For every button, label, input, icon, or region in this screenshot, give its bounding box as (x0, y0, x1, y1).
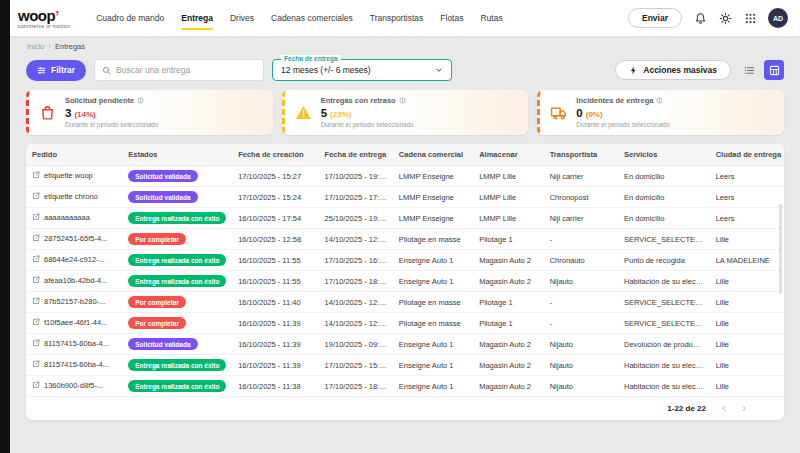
order-id[interactable]: 81157415-60ba-4... (44, 360, 109, 369)
send-button[interactable]: Enviar (628, 8, 682, 28)
gear-icon[interactable] (718, 11, 732, 25)
breadcrumb-separator: › (49, 42, 52, 51)
status-badge: Entrega realizada con éxito (128, 380, 226, 392)
order-cell: f10f5aee-46f1-44... (32, 318, 107, 327)
creation-date: 17/10/2025 - 15:24 (232, 187, 318, 208)
order-cell: etiquette woop (32, 171, 93, 180)
table-row[interactable]: f10f5aee-46f1-44... Por completar 16/10/… (26, 313, 784, 334)
kpi-card-entregas-con-retraso[interactable]: Entregas con retraso 5 (23%) Durante el … (282, 90, 529, 135)
open-order-icon[interactable] (32, 318, 40, 326)
table-row[interactable]: afeaa10b-42bd-4... Entrega realizada con… (26, 271, 784, 292)
column-header-transportista[interactable]: Transportista (544, 144, 618, 166)
order-id[interactable]: f10f5aee-46f1-44... (44, 318, 107, 327)
order-id[interactable]: 28752451-65f5-4... (44, 234, 107, 243)
apps-icon[interactable] (743, 11, 757, 25)
bell-icon[interactable] (693, 11, 707, 25)
table-row[interactable]: 81157415-60ba-4... Entrega realizada con… (26, 355, 784, 376)
sliders-icon (37, 66, 46, 75)
previous-page-button[interactable]: ‹ (722, 402, 726, 414)
open-order-icon[interactable] (32, 381, 40, 389)
breadcrumb-home[interactable]: Inicio (27, 42, 45, 51)
delivery-date-filter-select[interactable]: Fecha de entrega 12 meses (+/- 6 meses) (272, 59, 452, 81)
table-row[interactable]: aaaaaaaaaaa Entrega realizada con éxito … (26, 208, 784, 229)
column-header-fecha-creacion[interactable]: Fecha de creación (232, 144, 318, 166)
search-input[interactable] (116, 65, 256, 75)
delivery-date: 14/10/2025 - 12:39 (319, 313, 393, 334)
open-order-icon[interactable] (32, 339, 40, 347)
table-row[interactable]: 1360b900-d8f5-... Entrega realizada con … (26, 376, 784, 397)
info-icon[interactable] (137, 97, 144, 104)
kpi-card-incidentes-de-entrega[interactable]: Incidentes de entrega 0 (0%) Durante el … (537, 90, 784, 135)
service: SERVICE_SELECTED_ROM (618, 229, 710, 250)
delivery-city: Leers (710, 187, 784, 208)
carrier: Nijauto (544, 376, 618, 397)
open-order-icon[interactable] (32, 192, 40, 200)
creation-date: 16/10/2025 - 11:39 (232, 313, 318, 334)
column-header-pedido[interactable]: Pedido (26, 144, 122, 166)
column-header-ciudad-entrega[interactable]: Ciudad de entrega (710, 144, 784, 166)
brand-logo[interactable]: woop’ commerce in motion (18, 8, 70, 29)
kpi-card-solicitud-pendiente[interactable]: Solicitud pendiente 3 (14%) Durante el p… (26, 90, 273, 135)
order-id[interactable]: afeaa10b-42bd-4... (44, 276, 107, 285)
table-row[interactable]: etiquette chrono Solicitud validada 17/1… (26, 187, 784, 208)
column-header-cadena-comercial[interactable]: Cadena comercial (393, 144, 473, 166)
delivery-city: Lille (710, 271, 784, 292)
breadcrumb-current: Entregas (55, 42, 85, 51)
carrier: Nijauto (544, 271, 618, 292)
open-order-icon[interactable] (32, 360, 40, 368)
next-page-button[interactable]: › (742, 402, 746, 414)
top-navigation-bar: woop’ commerce in motion Cuadro de mando… (10, 0, 800, 36)
open-order-icon[interactable] (32, 213, 40, 221)
nav-item-transportistas[interactable]: Transportistas (370, 8, 424, 28)
kpi-value-row: 5 (23%) (321, 106, 414, 121)
delivery-date: 17/10/2025 - 19:00 (319, 166, 393, 187)
bulk-actions-button[interactable]: Acciones masivas (615, 60, 731, 80)
table-row[interactable]: 87b52157-b280-... Por completar 16/10/20… (26, 292, 784, 313)
table-row[interactable]: etiquette woop Solicitud validada 17/10/… (26, 166, 784, 187)
nav-item-entrega[interactable]: Entrega (181, 8, 213, 28)
user-avatar[interactable]: AD (768, 8, 788, 28)
table-row[interactable]: 68644e24-c912-... Entrega realizada con … (26, 250, 784, 271)
table-row[interactable]: 28752451-65f5-4... Por completar 16/10/2… (26, 229, 784, 250)
table-body: etiquette woop Solicitud validada 17/10/… (26, 166, 784, 397)
service: SERVICE_SELECTED_ROM (618, 292, 710, 313)
order-id[interactable]: etiquette woop (44, 171, 93, 180)
delivery-city: Leers (710, 166, 784, 187)
info-icon[interactable] (399, 97, 406, 104)
open-order-icon[interactable] (32, 234, 40, 242)
open-order-icon[interactable] (32, 297, 40, 305)
column-header-fecha-entrega[interactable]: Fecha de entrega (319, 144, 393, 166)
nav-item-rutas[interactable]: Rutas (480, 8, 502, 28)
creation-date: 16/10/2025 - 11:39 (232, 334, 318, 355)
creation-date: 16/10/2025 - 12:58 (232, 229, 318, 250)
nav-item-cuadro-de-mando[interactable]: Cuadro de mando (96, 8, 164, 28)
open-order-icon[interactable] (32, 276, 40, 284)
column-header-almacenar[interactable]: Almacenar (473, 144, 543, 166)
open-order-icon[interactable] (32, 255, 40, 263)
kpi-subtitle: Durante el periodo seleccionado (65, 121, 158, 129)
column-header-estados[interactable]: Estados (122, 144, 232, 166)
search-icon (102, 66, 111, 75)
nav-item-drives[interactable]: Drives (230, 8, 254, 28)
nav-item-flotas[interactable]: Flotas (440, 8, 463, 28)
service: Habitación de su elección (618, 271, 710, 292)
open-order-icon[interactable] (32, 171, 40, 179)
order-id[interactable]: etiquette chrono (44, 192, 98, 201)
vertical-scrollbar[interactable] (779, 204, 782, 294)
order-id[interactable]: 68644e24-c912-... (44, 255, 105, 264)
order-id[interactable]: aaaaaaaaaaa (44, 213, 90, 222)
table-row[interactable]: 81157415-60ba-4... Solicitud validada 16… (26, 334, 784, 355)
order-id[interactable]: 81157415-60ba-4... (44, 339, 109, 348)
filter-button[interactable]: Filtrar (26, 60, 86, 81)
info-icon[interactable] (656, 97, 663, 104)
list-view-button[interactable] (739, 60, 759, 80)
nav-item-cadenas-comerciales[interactable]: Cadenas comerciales (271, 8, 353, 28)
order-id[interactable]: 87b52157-b280-... (44, 297, 105, 306)
table-view-button[interactable] (764, 60, 784, 80)
column-header-servicios[interactable]: Servicios (618, 144, 710, 166)
order-id[interactable]: 1360b900-d8f5-... (44, 381, 103, 390)
warehouse: Magasin Auto 2 (473, 271, 543, 292)
collapsed-side-rail[interactable] (0, 0, 10, 453)
retail-chain: Enseigne Auto 1 (393, 376, 473, 397)
creation-date: 16/10/2025 - 17:54 (232, 208, 318, 229)
